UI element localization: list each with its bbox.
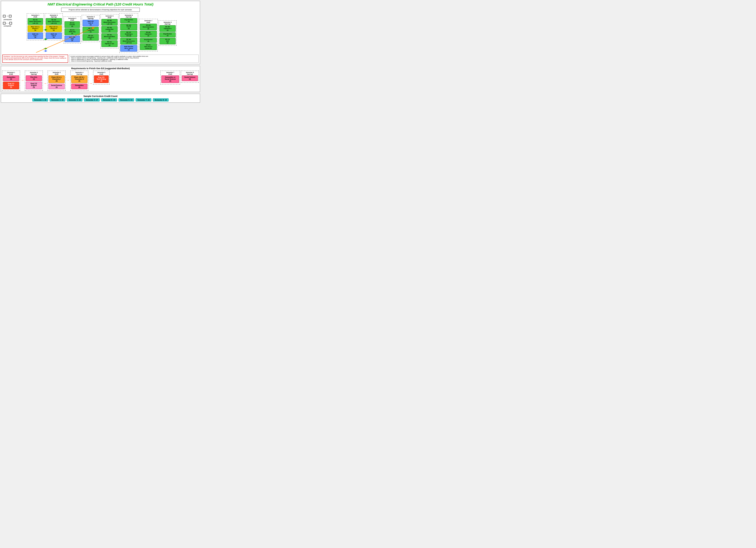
math335-box: Math 335ODE(3)	[65, 36, 80, 42]
sem6-header: Semester 6(Spring)	[120, 14, 137, 18]
sem7-header: Semester 7(Fall)	[140, 20, 157, 23]
credit-s7: Semester 7: 15	[136, 98, 151, 102]
ee271-box: EE 271Math Eng(3)	[65, 28, 80, 35]
credit-s5: Semester 5: 14	[101, 98, 117, 102]
sem4-header: Semester 4(Spring)	[83, 16, 99, 19]
ee372-box: EE 372Modeling &Sim (3)	[120, 31, 137, 37]
math-elec-box: Math Elective300 or above(3)	[120, 45, 137, 52]
engl111-box: Engl 111English(3)	[3, 82, 19, 89]
gen-sem7: Semester 7(Fall) Humanities orSocial Sci…	[160, 71, 180, 85]
finearts-box: Fine Arts(3)	[26, 75, 42, 81]
semester-2-block: Semester 2(Spring) EE 162Basic Electroni…	[45, 13, 63, 40]
credit-section: Sample Curriculum Credit Count Semester …	[1, 94, 200, 103]
chem121-box: Chem 121 & LChemistry I(4)	[49, 75, 65, 83]
ee332-box: EE 332E & M(3)	[120, 24, 137, 30]
gen-sem4: Semester 4(Spring) Chem 122 & LChemistry…	[70, 71, 88, 91]
social-sci1-box: Social Science(3)	[49, 84, 65, 89]
gen-ed-title: Requirements to Finish Gen Ed (suggested…	[2, 67, 199, 70]
ee252-box: EE 252Digital Elec(3)	[83, 27, 99, 33]
ee481-box: EE 481Capstone I(3)	[140, 31, 157, 37]
ee212-box: EE 212Circuits II(3)	[83, 34, 99, 41]
eng-elec3-box: Eng Elective(3)	[159, 32, 176, 37]
math231-box: Math 231Calc III(4)	[83, 20, 99, 26]
notice-box: Projects will be selected as demonstrato…	[61, 8, 140, 12]
ee161-box: EE 161Basic ElectronicsLab I (1)	[28, 18, 43, 25]
ee411-box: EE 411Stoc Proc &Comm (3)	[140, 43, 157, 50]
credit-s4: Semester 4: 17	[84, 98, 100, 102]
ee311-box: EE 311Signals & Sys(3)	[101, 40, 118, 47]
eng-elec1-box: Eng Elective(3)	[120, 18, 137, 23]
eng-elec2-box: Eng Elective(3)	[140, 38, 157, 43]
credit-s8: Semester 8: 13	[153, 98, 169, 102]
semester-4-block: Semester 4(Spring) Math 231Calc III(4) E…	[82, 15, 100, 42]
math132-box: Math 132Calc II(4)	[46, 32, 62, 39]
ee351-box: EE 351Microcontrollers(3)	[101, 33, 118, 40]
sem5-header: Semester 5(Fall)	[101, 15, 118, 19]
credit-s2: Semester 2: 16	[50, 98, 65, 102]
credit-row: Semester 1: 16 Semester 2: 16 Semester 3…	[2, 98, 199, 102]
semester-7-block: Semester 7(Fall) EE 431Electrodynamics(3…	[139, 19, 158, 51]
info-box: Current curriculum layout encourages stu…	[69, 55, 199, 63]
sem1-header: Semester 1(Fall)	[28, 14, 43, 18]
credit-s1: Semester 1: 16	[32, 98, 48, 102]
humanities1-box: Humanities(3)	[3, 75, 19, 81]
hum-social-box: Humanities orSocial Science(3)	[161, 75, 179, 83]
chem122-box: Chem 122 & LChemistry II(4)	[71, 75, 87, 83]
credit-s3: Semester 3: 16	[67, 98, 83, 102]
gen-sem1: Semester 1(Fall) Humanities(3) Engl 111E…	[2, 71, 20, 91]
page-title: NMT Electrical Engineering Critical Path…	[2, 2, 199, 6]
phys122-box: Phys 122 & LPhysics II(5)	[46, 25, 62, 32]
semester-3-block: Semester 3(Fall) EE 211Circuits(3) EE 27…	[64, 16, 81, 44]
disclaimer-box: Disclaimer: Use this document as only a …	[2, 55, 68, 63]
phys121-box: Phys 121 & LPhysics I(5)	[28, 25, 43, 32]
ee361-box: EE 361Mixed ElectronicsLab I (2)	[101, 19, 118, 26]
ee353-box: EE 353Analog Elec(3)	[101, 26, 118, 33]
engl112-box: Engl 112English(3)	[26, 82, 42, 89]
gen-ed-section: Requirements to Finish Gen Ed (suggested…	[1, 66, 200, 92]
ee472-box: EE 472DSP(4)	[159, 38, 176, 44]
gen-sem3: Semester 3(Fall) Chem 121 & LChemistry I…	[48, 71, 66, 91]
semester-6-block: Semester 6(Spring) Eng Elective(3) EE 33…	[119, 13, 138, 53]
social-sci2-box: Social Science(3)	[182, 75, 198, 81]
semester-5-block: Semester 5(Fall) EE 361Mixed Electronics…	[100, 14, 119, 48]
engl341-box: Engl 341Tech Writing(3)	[94, 75, 109, 83]
credit-title: Sample Curriculum Credit Count	[2, 95, 199, 97]
ee162-box: EE 162Basic ElectronicsLab II (1)	[46, 18, 62, 25]
ee211-box: EE 211Circuits(3)	[65, 21, 80, 28]
ee431-box: EE 431Electrodynamics(3)	[140, 24, 157, 30]
math131-box: Math 131Calc I(4)	[28, 32, 43, 39]
sem8-header: Semester 8(Spring)	[159, 21, 176, 25]
credit-s6: Semester 6: 13	[119, 98, 134, 102]
sem2-header: Semester 2(Spring)	[46, 14, 62, 18]
gen-sem5: Semester 5(Fall) Engl 341Tech Writing(3)	[93, 71, 110, 85]
gen-sem8: Semester 8(Spring) Social Science(3)	[181, 71, 199, 83]
ee482-box: EE 482Capstone II(3)	[159, 25, 176, 32]
semester-1-block: Semester 1(Fall) EE 161Basic Electronics…	[27, 13, 44, 40]
humanities2-box: Humanities(3)	[71, 84, 87, 89]
sem3-header: Semester 3(Fall)	[65, 17, 80, 21]
ee362-box: EE 362Mixed ElectronicsLab II (1)	[120, 38, 137, 44]
gen-sem2: Semester 2(Spring) Fine Arts(3) Engl 112…	[25, 71, 43, 91]
semester-8-block: Semester 8(Spring) EE 482Capstone II(3) …	[159, 20, 177, 46]
